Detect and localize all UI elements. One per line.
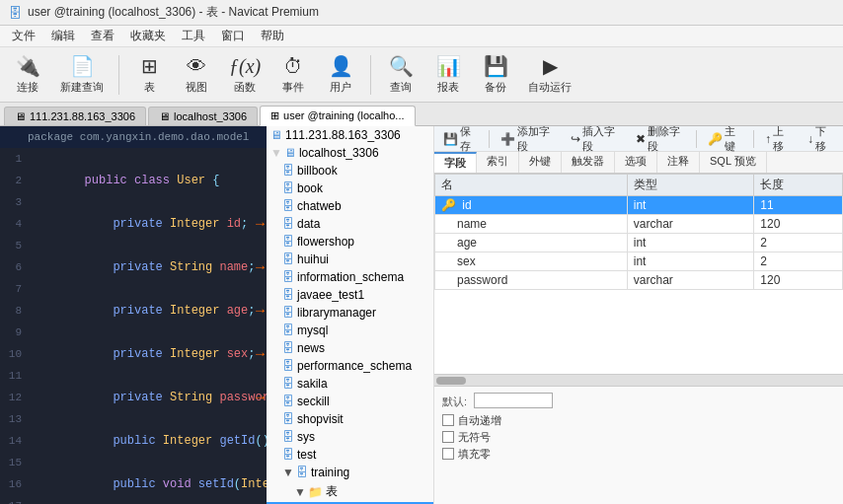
default-value-input[interactable] [474, 393, 553, 408]
toolbar-backup[interactable]: 💾 备份 [474, 51, 517, 99]
field-name-password: password [435, 271, 628, 290]
toolbar-user[interactable]: 👤 用户 [319, 51, 362, 99]
menu-window[interactable]: 窗口 [213, 26, 253, 46]
tree-db-training[interactable]: ▼ 🗄 training [267, 464, 433, 481]
add-field-icon: ➕ [500, 132, 515, 146]
scroll-thumb[interactable] [436, 377, 466, 385]
field-name-id: 🔑 id [435, 196, 628, 215]
tab-user-table[interactable]: ⊞user @training (localho... [260, 106, 415, 126]
tree-local-node[interactable]: ▼ 🖥 localhost_3306 [267, 144, 433, 162]
query-icon: 🔍 [389, 54, 414, 78]
toolbar-report-label: 报表 [437, 80, 459, 95]
move-up-icon: ↑ [765, 132, 771, 146]
table-editor: 💾 保存 ➕ 添加字段 ↪ 插入字段 ✖ 删除字段 [434, 126, 843, 504]
arrow-id: → [256, 216, 265, 233]
add-field-label: 添加字段 [517, 126, 555, 154]
sub-tab-options[interactable]: 选项 [615, 152, 657, 173]
auto-increment-label: 自动递增 [458, 413, 501, 428]
sub-tab-fields[interactable]: 字段 [434, 152, 477, 173]
tab-localhost[interactable]: 🖥localhost_3306 [148, 107, 258, 125]
tree-db-data[interactable]: 🗄 data [267, 215, 433, 233]
autorun-icon: ▶ [543, 54, 558, 78]
table-row[interactable]: age int 2 [435, 234, 843, 252]
tree-db-news[interactable]: 🗄 news [267, 339, 433, 357]
toolbar-new-query-label: 新建查询 [60, 80, 104, 95]
ip-db-icon: 🖥 [270, 128, 282, 142]
table-icon: ⊞ [141, 54, 158, 78]
code-line-16: 16 public void setId(Integer id) [0, 473, 267, 495]
checkbox-unsigned[interactable]: 无符号 [442, 430, 835, 445]
bottom-panel: 默认: 自动递增 无符号 填充零 [434, 386, 843, 504]
tree-db-test[interactable]: 🗄 test [267, 446, 433, 464]
code-line-2: 2 public class User { [0, 170, 267, 191]
checkbox-auto-increment[interactable]: 自动递增 [442, 413, 835, 428]
table-row[interactable]: name varchar 120 [435, 215, 843, 234]
tree-db-performance-schema[interactable]: 🗄 performance_schema [267, 357, 433, 375]
move-down-icon: ↓ [807, 132, 813, 146]
sub-tab-comment[interactable]: 注释 [657, 152, 700, 173]
toolbar-connect[interactable]: 🔌 连接 [6, 51, 49, 99]
tree-db-seckill[interactable]: 🗄 seckill [267, 393, 433, 410]
arrow-password: → [256, 390, 265, 406]
tree-folder-tables[interactable]: ▼ 📁 表 [267, 481, 433, 502]
local-db-icon: 🖥 [284, 146, 296, 160]
sub-tab-sql-preview[interactable]: SQL 预览 [700, 152, 767, 173]
field-name-name: name [435, 215, 628, 234]
toolbar-query[interactable]: 🔍 查询 [379, 51, 422, 99]
table-row[interactable]: sex int 2 [435, 252, 843, 271]
field-length-name: 120 [754, 215, 843, 234]
menu-file[interactable]: 文件 [4, 26, 43, 46]
toolbar-table[interactable]: ⊞ 表 [127, 51, 171, 99]
tab-ip[interactable]: 🖥111.231.88.163_3306 [4, 107, 146, 125]
toolbar-new-query[interactable]: 📄 新建查询 [53, 51, 111, 99]
horizontal-scrollbar[interactable] [434, 374, 843, 386]
tab-ip-icon: 🖥 [15, 110, 26, 122]
tree-db-mysql[interactable]: 🗄 mysql [267, 322, 433, 339]
menu-edit[interactable]: 编辑 [43, 26, 83, 46]
menu-tools[interactable]: 工具 [174, 26, 213, 46]
menu-view[interactable]: 查看 [83, 26, 122, 46]
toolbar-report[interactable]: 📊 报表 [426, 51, 470, 99]
tree-db-book[interactable]: 🗄 book [267, 180, 433, 197]
pk-icon: 🔑 [441, 198, 456, 212]
tree-db-librarymanager[interactable]: 🗄 librarymanager [267, 304, 433, 322]
sub-tab-indexes[interactable]: 索引 [477, 152, 519, 173]
toolbar-view[interactable]: 👁 视图 [175, 51, 218, 99]
tree-db-shopvisit[interactable]: 🗄 shopvisit [267, 410, 433, 428]
checkbox-zerofill[interactable]: 填充零 [442, 447, 835, 462]
move-up-label: 上移 [773, 126, 792, 154]
table-editor-toolbar: 💾 保存 ➕ 添加字段 ↪ 插入字段 ✖ 删除字段 [434, 126, 843, 152]
default-label: 默认: [442, 393, 835, 409]
unsigned-checkbox[interactable] [442, 431, 454, 443]
nav-content: 🖥 111.231.88.163_3306 ▼ 🖥 localhost_3306… [267, 126, 843, 504]
table-row[interactable]: 🔑 id int 11 [435, 196, 843, 215]
tab-user-label: user @training (localho... [283, 109, 404, 121]
zerofill-checkbox[interactable] [442, 448, 454, 460]
menu-favorites[interactable]: 收藏夹 [122, 26, 174, 46]
toolbar-event[interactable]: ⏱ 事件 [271, 51, 315, 99]
sub-tab-triggers[interactable]: 触发器 [562, 152, 615, 173]
unsigned-label: 无符号 [458, 430, 491, 445]
menu-bar: 文件 编辑 查看 收藏夹 工具 窗口 帮助 [0, 26, 843, 47]
toolbar-function[interactable]: ƒ(x) 函数 [222, 51, 268, 99]
tree-db-flowershop[interactable]: 🗄 flowershop [267, 233, 433, 251]
menu-help[interactable]: 帮助 [253, 26, 292, 46]
tree-db-huihui[interactable]: 🗄 huihui [267, 251, 433, 268]
toolbar-query-label: 查询 [390, 80, 412, 95]
tree-db-chatweb[interactable]: 🗄 chatweb [267, 197, 433, 215]
table-row[interactable]: password varchar 120 [435, 271, 843, 290]
tree-db-javaee[interactable]: 🗄 javaee_test1 [267, 286, 433, 304]
col-length: 长度 [754, 175, 843, 196]
auto-increment-checkbox[interactable] [442, 414, 454, 426]
tree-db-billbook[interactable]: 🗄 billbook [267, 162, 433, 180]
tree-db-information-schema[interactable]: 🗄 information_schema [267, 268, 433, 286]
sub-tab-foreignkeys[interactable]: 外键 [519, 152, 562, 173]
toolbar-autorun[interactable]: ▶ 自动运行 [521, 51, 578, 99]
tree-db-sakila[interactable]: 🗄 sakila [267, 375, 433, 393]
field-name-sex: sex [435, 252, 628, 271]
toolbar-connect-label: 连接 [17, 80, 38, 95]
field-type-sex: int [627, 252, 754, 271]
tree-db-sys[interactable]: 🗄 sys [267, 428, 433, 446]
tree-ip-node[interactable]: 🖥 111.231.88.163_3306 [267, 126, 433, 144]
package-text: package com.yangxin.demo.dao.model [28, 131, 249, 143]
